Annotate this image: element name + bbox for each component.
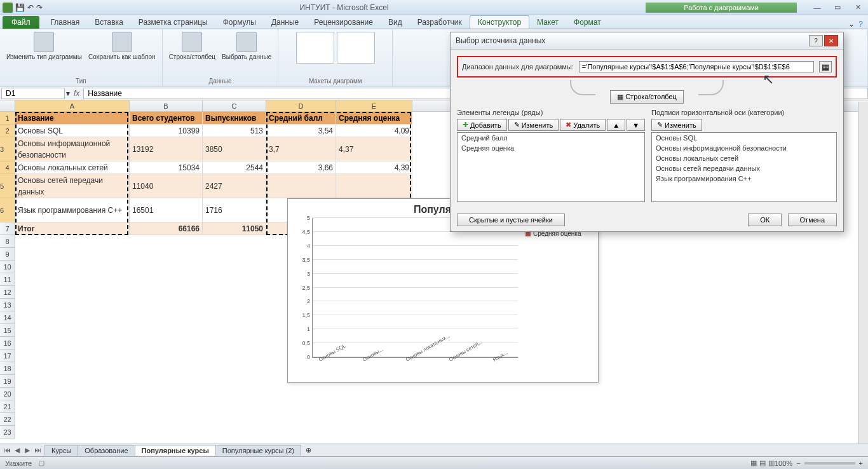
chart-data-range-input[interactable] — [579, 61, 814, 72]
cell[interactable]: 11050 — [203, 222, 266, 235]
cell[interactable]: Выпускников — [203, 112, 266, 125]
tab-developer[interactable]: Разработчик — [410, 16, 470, 29]
tab-view[interactable]: Вид — [381, 16, 410, 29]
hidden-empty-cells-button[interactable]: Скрытые и пустые ячейки — [457, 214, 565, 226]
help-icon[interactable]: ? — [858, 20, 863, 29]
cell[interactable]: Основы информационной безопасности — [15, 137, 130, 161]
cell[interactable]: Средняя оценка — [336, 112, 412, 125]
edit-series-button[interactable]: ✎Изменить — [508, 119, 559, 131]
prev-sheet-button[interactable]: ◀ — [13, 446, 22, 454]
change-chart-type-button[interactable]: Изменить тип диаграммы — [6, 32, 82, 60]
row-header[interactable]: 12 — [0, 286, 15, 299]
row-header[interactable]: 2 — [0, 125, 15, 137]
cell[interactable]: 3,54 — [266, 125, 336, 137]
cell[interactable]: Средний балл — [266, 112, 336, 125]
row-header[interactable]: 4 — [0, 161, 15, 174]
list-item[interactable]: Основы SQL — [652, 133, 836, 143]
row-header[interactable]: 8 — [0, 235, 15, 248]
col-header-b[interactable]: B — [130, 100, 203, 111]
fx-icon[interactable]: fx — [70, 89, 83, 98]
list-item[interactable]: Основы информационной безопасности — [652, 143, 836, 153]
row-header[interactable]: 16 — [0, 337, 15, 350]
row-header[interactable]: 14 — [0, 311, 15, 324]
tab-page-layout[interactable]: Разметка страницы — [131, 16, 215, 29]
zoom-slider[interactable] — [804, 462, 855, 465]
cell[interactable]: 4,09 — [336, 125, 412, 137]
view-normal-icon[interactable]: ▦ — [750, 459, 757, 467]
dialog-close-button[interactable]: ✕ — [824, 35, 838, 46]
switch-row-column-button[interactable]: Строка/столбец — [169, 32, 215, 60]
select-all-corner[interactable] — [0, 100, 15, 111]
cell[interactable]: 4,37 — [336, 137, 412, 161]
tab-insert[interactable]: Вставка — [87, 16, 131, 29]
cell[interactable]: Основы SQL — [15, 125, 130, 137]
dialog-help-button[interactable]: ? — [809, 35, 823, 46]
list-item[interactable]: Основы сетей передачи данных — [652, 163, 836, 173]
layout-thumb[interactable] — [337, 32, 375, 64]
row-header[interactable]: 13 — [0, 299, 15, 311]
move-down-button[interactable]: ▼ — [627, 119, 645, 131]
cancel-button[interactable]: Отмена — [788, 214, 837, 226]
cell[interactable]: 13192 — [130, 137, 203, 161]
restore-button[interactable]: ▭ — [830, 3, 845, 12]
cell[interactable]: 66166 — [130, 222, 203, 235]
zoom-in-button[interactable]: + — [859, 459, 863, 467]
cell[interactable] — [336, 174, 412, 198]
new-sheet-button[interactable]: ⊕ — [301, 446, 316, 454]
close-button[interactable]: ✕ — [850, 3, 865, 12]
cell[interactable]: 3,66 — [266, 161, 336, 174]
range-picker-button[interactable]: ▦ — [819, 61, 832, 72]
cell[interactable]: Название — [15, 112, 130, 125]
ribbon-minimize-icon[interactable]: ⌄ — [848, 20, 855, 29]
tab-design[interactable]: Конструктор — [470, 15, 529, 29]
tab-data[interactable]: Данные — [264, 16, 306, 29]
sheet-tab[interactable]: Популярные курсы (2) — [215, 445, 301, 456]
select-data-button[interactable]: Выбрать данные — [222, 32, 271, 60]
legend-entries-list[interactable]: Средний балл Средняя оценка — [457, 132, 645, 202]
list-item[interactable]: Основы локальных сетей — [652, 153, 836, 163]
add-series-button[interactable]: ✚Добавить — [457, 119, 507, 131]
sheet-tab[interactable]: Курсы — [44, 445, 78, 456]
cell[interactable] — [266, 174, 336, 198]
row-header[interactable]: 15 — [0, 324, 15, 337]
cell[interactable]: 4,39 — [336, 161, 412, 174]
row-header[interactable]: 17 — [0, 350, 15, 362]
list-item[interactable]: Средняя оценка — [458, 143, 644, 153]
view-page-layout-icon[interactable]: ▤ — [759, 459, 766, 467]
row-header[interactable]: 3 — [0, 137, 15, 161]
tab-home[interactable]: Главная — [43, 16, 88, 29]
cell[interactable]: 16501 — [130, 198, 203, 222]
col-header-a[interactable]: A — [15, 100, 130, 111]
layout-thumb[interactable] — [296, 32, 334, 64]
move-up-button[interactable]: ▲ — [607, 119, 625, 131]
save-template-button[interactable]: Сохранить как шаблон — [88, 32, 156, 60]
cell[interactable]: 513 — [203, 125, 266, 137]
list-item[interactable]: Средний балл — [458, 133, 644, 143]
row-header[interactable]: 20 — [0, 388, 15, 400]
cell[interactable]: 3,7 — [266, 137, 336, 161]
row-header[interactable]: 5 — [0, 174, 15, 198]
cell[interactable]: 1716 — [203, 198, 266, 222]
row-header[interactable]: 23 — [0, 426, 15, 438]
row-header[interactable]: 1 — [0, 112, 15, 125]
row-header[interactable]: 18 — [0, 362, 15, 375]
cell[interactable]: 2427 — [203, 174, 266, 198]
cell[interactable]: Язык программирования C++ — [15, 198, 130, 222]
row-header[interactable]: 11 — [0, 273, 15, 286]
cell[interactable]: Итог — [15, 222, 130, 235]
row-header[interactable]: 19 — [0, 375, 15, 388]
tab-layout[interactable]: Макет — [529, 16, 566, 29]
last-sheet-button[interactable]: ⏭ — [33, 446, 42, 454]
axis-labels-list[interactable]: Основы SQL Основы информационной безопас… — [651, 132, 837, 202]
cell[interactable]: Всего студентов — [130, 112, 203, 125]
cell[interactable]: 15034 — [130, 161, 203, 174]
save-icon[interactable]: 💾 — [15, 3, 25, 12]
edit-axis-labels-button[interactable]: ✎Изменить — [651, 119, 702, 131]
col-header-d[interactable]: D — [266, 100, 336, 111]
macro-record-icon[interactable]: ▢ — [38, 459, 44, 467]
first-sheet-button[interactable]: ⏮ — [3, 446, 11, 454]
remove-series-button[interactable]: ✖Удалить — [560, 119, 606, 131]
row-header[interactable]: 22 — [0, 413, 15, 426]
cell[interactable]: 10399 — [130, 125, 203, 137]
row-header[interactable]: 7 — [0, 222, 15, 235]
